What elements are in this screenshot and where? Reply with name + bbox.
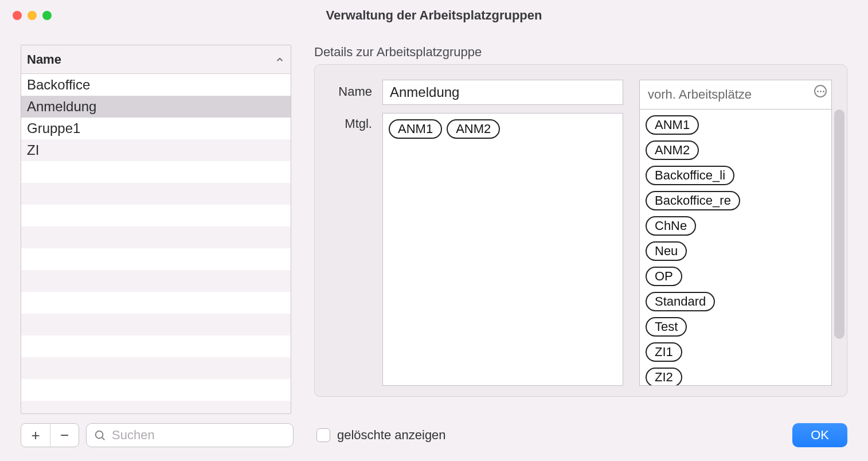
groups-list-panel: Name BackofficeAnmeldungGruppe1ZI [21,45,291,414]
groups-list[interactable]: BackofficeAnmeldungGruppe1ZI [21,74,291,413]
list-header[interactable]: Name [21,45,291,74]
details-section-label: Details zur Arbeitsplatzgruppe [314,45,847,60]
search-field-wrap [86,423,294,447]
available-pill[interactable]: Standard [646,292,715,311]
form-column: Name Mtgl. ANM1ANM2 [330,80,623,386]
list-item[interactable]: ZI [21,139,291,161]
list-item[interactable] [21,226,291,248]
sort-chevron-icon [275,54,285,65]
add-remove-group: + − [21,423,79,447]
show-deleted-checkbox[interactable] [316,428,330,442]
show-deleted-row[interactable]: gelöschte anzeigen [316,428,446,443]
name-input[interactable] [382,80,623,105]
add-button[interactable]: + [21,424,50,447]
more-icon[interactable] [814,85,827,97]
available-pill[interactable]: OP [646,267,682,286]
titlebar: Verwaltung der Arbeitsplatzgruppen [0,0,868,31]
list-item[interactable] [21,205,291,226]
svg-point-0 [96,431,103,439]
available-pill[interactable]: Backoffice_li [646,166,734,185]
available-column: vorh. Arbeitsplätze ANM1ANM2Backoffice_l… [639,80,832,386]
available-pill[interactable]: Backoffice_re [646,191,740,210]
scrollbar[interactable] [834,110,844,339]
available-pill[interactable]: Neu [646,241,687,261]
list-item[interactable]: Anmeldung [21,96,291,118]
member-pill[interactable]: ANM2 [447,119,500,139]
available-pill[interactable]: ANM2 [646,140,699,160]
close-window-button[interactable] [13,11,22,20]
list-header-label: Name [27,52,61,67]
details-panel: Details zur Arbeitsplatzgruppe Name Mtgl… [314,45,847,414]
window-controls [13,11,52,20]
footer: + − gelöschte anzeigen OK [21,421,847,450]
remove-button[interactable]: − [50,424,79,447]
members-box[interactable]: ANM1ANM2 [382,113,623,386]
list-item[interactable] [21,183,291,205]
main-area: Name BackofficeAnmeldungGruppe1ZI Detail… [21,45,847,414]
maximize-window-button[interactable] [42,11,52,20]
list-item[interactable] [21,161,291,183]
svg-line-1 [102,437,104,440]
list-item[interactable] [21,248,291,270]
available-list[interactable]: ANM1ANM2Backoffice_liBackoffice_reChNeNe… [639,110,832,386]
field-labels: Name Mtgl. [330,80,372,386]
available-header-label: vorh. Arbeitsplätze [648,87,752,102]
available-pill[interactable]: ZI2 [646,368,682,386]
search-input[interactable] [112,428,286,443]
members-label: Mtgl. [345,116,372,131]
list-item[interactable] [21,292,291,314]
window-title: Verwaltung der Arbeitsplatzgruppen [0,8,868,23]
list-item[interactable] [21,357,291,379]
list-item[interactable]: Gruppe1 [21,118,291,139]
ok-button[interactable]: OK [792,423,847,447]
member-pill[interactable]: ANM1 [389,119,442,139]
available-pill[interactable]: ChNe [646,216,696,236]
minimize-window-button[interactable] [28,11,37,20]
show-deleted-label: gelöschte anzeigen [337,428,446,443]
list-item[interactable] [21,270,291,292]
available-pill[interactable]: ANM1 [646,115,699,135]
list-item[interactable] [21,379,291,401]
available-pill[interactable]: ZI1 [646,342,682,362]
list-item[interactable] [21,314,291,335]
name-label: Name [338,84,372,99]
list-item[interactable] [21,335,291,357]
available-header: vorh. Arbeitsplätze [639,80,832,110]
search-icon [93,429,106,442]
field-inputs: ANM1ANM2 [382,80,623,386]
list-item[interactable] [21,401,291,413]
list-item[interactable]: Backoffice [21,74,291,96]
details-box: Name Mtgl. ANM1ANM2 vorh. Arbeitsplätze … [314,64,847,397]
available-pill[interactable]: Test [646,317,687,337]
